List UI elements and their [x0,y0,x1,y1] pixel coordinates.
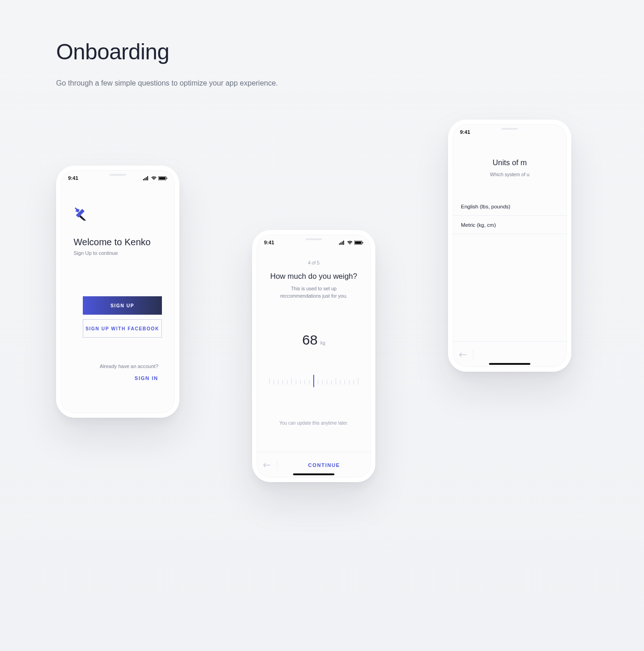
svg-rect-9 [340,242,341,245]
svg-rect-13 [355,241,362,244]
status-indicators [143,176,167,180]
footer-divider [473,350,473,360]
back-button[interactable] [257,452,277,478]
update-note: You can update this anytime later. [279,421,348,426]
question-title: How much do you weigh? [270,272,357,281]
weight-display: 68 kg [302,332,325,348]
signin-link[interactable]: SIGN IN [74,375,158,381]
svg-rect-3 [147,176,148,180]
svg-rect-5 [159,177,166,179]
signup-button[interactable]: SIGN UP [83,296,162,315]
battery-icon [158,176,167,180]
status-time: 9:41 [264,240,274,245]
arrow-left-icon [263,463,270,467]
step-counter: 4 of 5 [308,260,319,265]
question-subtitle: This is used to set up reccommendations … [270,285,357,300]
arrow-left-icon [459,352,466,357]
page-title: Onboarding [56,39,286,64]
svg-rect-11 [343,241,344,245]
weight-value: 68 [302,332,317,348]
units-content: Units of m Which system of u English (lb… [453,140,567,367]
phone-welcome: 9:41 Welcome to Kenko Sign Up to continu… [56,166,179,418]
phone-screen: 9:41 Welcome to Kenko Sign Up to continu… [61,170,175,413]
welcome-subtitle: Sign Up to continue [74,250,162,256]
home-indicator [293,473,334,475]
phone-screen: 9:41 Units of m Which system of u Englis… [453,124,567,367]
status-time: 9:41 [460,129,470,135]
page-subtitle: Go through a few simple questions to opt… [56,77,286,89]
weight-unit: kg [320,340,325,346]
svg-rect-1 [144,178,145,180]
phone-weight: 9:41 4 of 5 How much do you weigh? This … [252,230,375,482]
svg-rect-14 [362,242,363,243]
status-bar: 9:41 [61,170,175,186]
already-account-text: Already have an account? [74,363,158,369]
unit-option-english[interactable]: English (lbs, pounds) [453,197,567,216]
units-subtitle: Which system of u [490,172,529,177]
phone-screen: 9:41 4 of 5 How much do you weigh? This … [257,235,371,478]
svg-rect-6 [167,178,167,179]
welcome-content: Welcome to Kenko Sign Up to continue SIG… [61,186,175,413]
status-indicators [339,241,363,245]
status-bar: 9:41 [257,235,371,250]
unit-option-metric[interactable]: Metric (kg, cm) [453,216,567,234]
cellular-icon [339,241,345,245]
status-time: 9:41 [68,175,78,181]
continue-button[interactable]: CONTINUE [277,462,371,468]
phone-units: 9:41 Units of m Which system of u Englis… [448,120,571,372]
svg-rect-10 [342,242,343,245]
already-account-section: Already have an account? SIGN IN [74,363,162,381]
page-header: Onboarding Go through a few simple quest… [56,39,286,89]
home-indicator [489,363,530,365]
wifi-icon [151,176,157,180]
units-title: Units of m [493,158,527,167]
weight-content: 4 of 5 How much do you weigh? This is us… [257,250,371,478]
weight-slider[interactable] [265,372,362,390]
app-logo-icon [74,207,89,222]
button-stack: SIGN UP SIGN UP WITH FACEBOOK [74,296,162,338]
wifi-icon [347,241,353,245]
cellular-icon [143,176,150,180]
status-bar: 9:41 [453,124,567,140]
svg-rect-8 [339,243,340,245]
welcome-title: Welcome to Kenko [74,237,162,248]
back-button[interactable] [453,342,473,367]
svg-rect-0 [143,179,144,180]
svg-rect-2 [146,177,147,180]
battery-icon [354,241,363,245]
signup-facebook-button[interactable]: SIGN UP WITH FACEBOOK [83,319,162,338]
